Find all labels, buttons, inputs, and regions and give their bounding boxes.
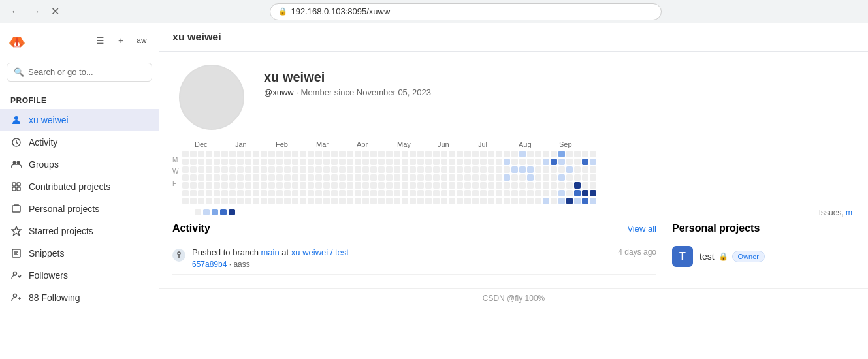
heatmap-cell[interactable]: [457, 166, 463, 173]
heatmap-cell[interactable]: [331, 182, 338, 189]
heatmap-cell[interactable]: [284, 182, 291, 189]
heatmap-cell[interactable]: [292, 182, 298, 189]
heatmap-cell[interactable]: [261, 182, 267, 189]
repo-link[interactable]: xu weiwei / test: [291, 247, 349, 257]
heatmap-cell[interactable]: [582, 182, 588, 189]
heatmap-cell[interactable]: [198, 174, 204, 181]
heatmap-cell[interactable]: [441, 182, 447, 189]
heatmap-cell[interactable]: [182, 151, 189, 157]
heatmap-cell[interactable]: [378, 166, 385, 173]
heatmap-cell[interactable]: [457, 190, 463, 196]
heatmap-cell[interactable]: [488, 166, 494, 173]
heatmap-cell[interactable]: [370, 166, 377, 173]
heatmap-cell[interactable]: [535, 190, 541, 196]
heatmap-cell[interactable]: [214, 159, 220, 165]
heatmap-cell[interactable]: [362, 190, 369, 196]
heatmap-cell[interactable]: [362, 182, 369, 189]
heatmap-cell[interactable]: [245, 166, 251, 173]
heatmap-cell[interactable]: [519, 159, 526, 165]
heatmap-cell[interactable]: [551, 174, 557, 181]
heatmap-cell[interactable]: [315, 159, 322, 165]
sidebar-item-groups[interactable]: Groups: [0, 153, 159, 176]
sidebar-item-user[interactable]: xu weiwei: [0, 109, 159, 131]
heatmap-cell[interactable]: [323, 166, 330, 173]
heatmap-cell[interactable]: [582, 190, 588, 196]
heatmap-cell[interactable]: [355, 159, 361, 165]
heatmap-cell[interactable]: [362, 174, 369, 181]
heatmap-cell[interactable]: [206, 159, 212, 165]
heatmap-cell[interactable]: [511, 151, 518, 157]
heatmap-cell[interactable]: [370, 151, 377, 157]
heatmap-cell[interactable]: [402, 174, 408, 181]
heatmap-cell[interactable]: [190, 159, 197, 165]
heatmap-cell[interactable]: [386, 198, 393, 204]
heatmap-cell[interactable]: [284, 174, 291, 181]
heatmap-cell[interactable]: [323, 151, 330, 157]
heatmap-cell[interactable]: [268, 159, 275, 165]
heatmap-cell[interactable]: [261, 166, 267, 173]
heatmap-cell[interactable]: [449, 174, 455, 181]
heatmap-cell[interactable]: [535, 174, 541, 181]
heatmap-cell[interactable]: [323, 159, 330, 165]
heatmap-cell[interactable]: [488, 198, 494, 204]
heatmap-cell[interactable]: [480, 182, 487, 189]
heatmap-cell[interactable]: [355, 198, 361, 204]
heatmap-cell[interactable]: [229, 159, 236, 165]
heatmap-cell[interactable]: [558, 182, 565, 189]
heatmap-cell[interactable]: [574, 151, 581, 157]
heatmap-cell[interactable]: [551, 159, 557, 165]
heatmap-cell[interactable]: [386, 190, 393, 196]
view-all-link[interactable]: View all: [627, 224, 656, 234]
heatmap-cell[interactable]: [229, 198, 236, 204]
heatmap-cell[interactable]: [410, 159, 416, 165]
heatmap-cell[interactable]: [300, 151, 306, 157]
heatmap-cell[interactable]: [245, 174, 251, 181]
heatmap-cell[interactable]: [543, 182, 549, 189]
heatmap-cell[interactable]: [464, 159, 471, 165]
heatmap-cell[interactable]: [519, 151, 526, 157]
heatmap-cell[interactable]: [402, 198, 408, 204]
heatmap-cell[interactable]: [527, 198, 534, 204]
heatmap-cell[interactable]: [284, 190, 291, 196]
heatmap-cell[interactable]: [527, 151, 534, 157]
heatmap-cell[interactable]: [558, 151, 565, 157]
heatmap-cell[interactable]: [237, 190, 244, 196]
heatmap-cell[interactable]: [464, 174, 471, 181]
heatmap-cell[interactable]: [504, 198, 510, 204]
heatmap-cell[interactable]: [511, 159, 518, 165]
heatmap-cell[interactable]: [347, 182, 353, 189]
heatmap-cell[interactable]: [433, 182, 440, 189]
heatmap-cell[interactable]: [292, 198, 298, 204]
filter-link-m[interactable]: m: [846, 208, 852, 217]
heatmap-cell[interactable]: [496, 166, 502, 173]
heatmap-cell[interactable]: [543, 174, 549, 181]
address-bar[interactable]: 🔒 192.168.0.103:8095/xuww: [270, 3, 662, 20]
heatmap-cell[interactable]: [472, 166, 479, 173]
heatmap-cell[interactable]: [308, 182, 314, 189]
heatmap-cell[interactable]: [394, 190, 400, 196]
heatmap-cell[interactable]: [535, 182, 541, 189]
heatmap-cell[interactable]: [300, 182, 306, 189]
heatmap-cell[interactable]: [566, 166, 573, 173]
heatmap-cell[interactable]: [433, 166, 440, 173]
heatmap-cell[interactable]: [370, 174, 377, 181]
heatmap-cell[interactable]: [386, 182, 393, 189]
heatmap-cell[interactable]: [402, 166, 408, 173]
heatmap-cell[interactable]: [229, 182, 236, 189]
heatmap-cell[interactable]: [315, 190, 322, 196]
heatmap-cell[interactable]: [190, 166, 197, 173]
heatmap-cell[interactable]: [268, 166, 275, 173]
heatmap-cell[interactable]: [370, 198, 377, 204]
heatmap-cell[interactable]: [519, 198, 526, 204]
heatmap-cell[interactable]: [417, 166, 424, 173]
heatmap-cell[interactable]: [480, 190, 487, 196]
heatmap-cell[interactable]: [394, 174, 400, 181]
forward-button[interactable]: →: [27, 4, 43, 20]
heatmap-cell[interactable]: [182, 198, 189, 204]
heatmap-cell[interactable]: [362, 151, 369, 157]
heatmap-cell[interactable]: [253, 190, 259, 196]
heatmap-cell[interactable]: [300, 174, 306, 181]
heatmap-cell[interactable]: [347, 190, 353, 196]
heatmap-cell[interactable]: [433, 174, 440, 181]
heatmap-cell[interactable]: [433, 190, 440, 196]
